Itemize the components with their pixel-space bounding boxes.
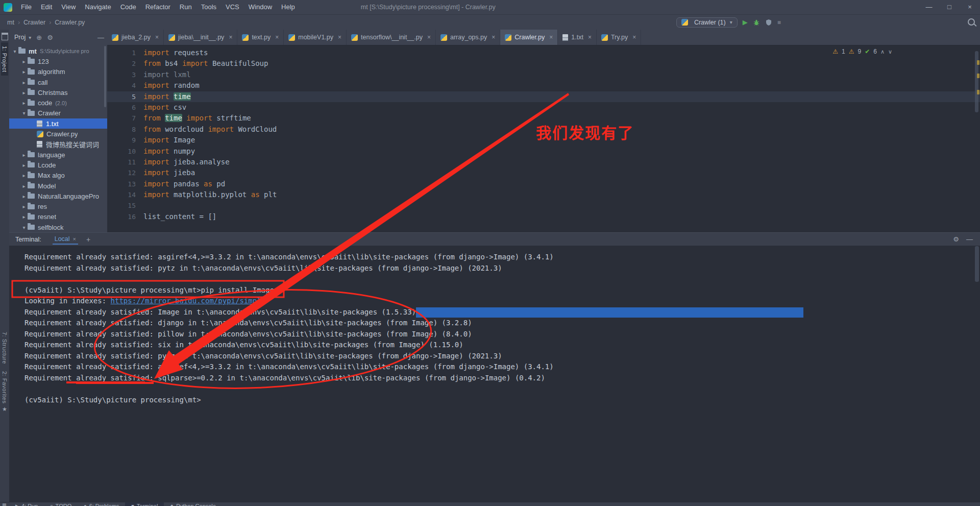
close-icon[interactable]: × [73, 236, 76, 242]
new-terminal-session-button[interactable]: + [86, 235, 90, 244]
statusbar-4-run[interactable]: ▶4: Run [9, 502, 44, 506]
chevron-down-icon[interactable]: ▾ [20, 225, 28, 230]
menu-edit[interactable]: Edit [36, 0, 57, 14]
menu-vcs[interactable]: VCS [221, 0, 244, 14]
chevron-right-icon[interactable]: ▸ [20, 173, 28, 178]
tree-item-微博热搜关键词词[interactable]: 微博热搜关键词词 [9, 139, 107, 150]
code-line-15[interactable]: 15 [107, 200, 980, 211]
chevron-down-icon[interactable]: ▾ [11, 49, 18, 54]
statusbar-6-problems[interactable]: ●6: Problems [78, 502, 125, 506]
maximize-icon[interactable]: □ [939, 0, 960, 14]
chevron-right-icon[interactable]: ▸ [20, 183, 28, 189]
tool-stripe-2-favorites[interactable]: 2: Favorites★ [1, 368, 8, 416]
tree-item-resnet[interactable]: ▸resnet [9, 212, 107, 222]
statusbar-grid-icon[interactable]: ▦ [2, 502, 9, 506]
terminal-tab-local[interactable]: Local × [53, 234, 78, 245]
minimize-icon[interactable]: — [919, 0, 939, 14]
menu-run[interactable]: Run [175, 0, 197, 14]
code-line-9[interactable]: 9import Image [107, 135, 980, 146]
close-icon[interactable]: × [588, 34, 592, 41]
tab-text-py[interactable]: text.py× [237, 30, 284, 45]
terminal-link[interactable]: https://mirror.baidu.com/pypi/simple [111, 297, 265, 305]
tool-stripe-7-structure[interactable]: 7: Structure [1, 328, 8, 368]
chevron-right-icon[interactable]: ▸ [20, 152, 28, 158]
tab-array-ops-py[interactable]: array_ops.py× [436, 30, 500, 45]
close-icon[interactable]: × [960, 0, 980, 14]
tree-item-123[interactable]: ▸123 [9, 56, 107, 66]
close-icon[interactable]: × [155, 34, 159, 41]
code-area[interactable]: 1import requests2from bs4 import Beautif… [107, 45, 980, 222]
terminal-scrollbar[interactable] [975, 246, 979, 282]
menu-navigate[interactable]: Navigate [80, 0, 115, 14]
menu-file[interactable]: File [16, 0, 36, 14]
tree-item-code[interactable]: ▸code(2.0) [9, 98, 107, 108]
tab-crawler-py[interactable]: Crawler.py× [500, 30, 558, 45]
chevron-right-icon[interactable]: ▸ [20, 90, 28, 95]
tool-stripe-1-project[interactable]: 1: Project [1, 42, 8, 76]
close-icon[interactable]: × [549, 34, 553, 41]
close-icon[interactable]: × [275, 34, 279, 41]
terminal-output[interactable]: Requirement already satisfied: asgiref<4… [9, 246, 980, 405]
close-icon[interactable]: × [632, 34, 636, 41]
tab-jieba-init-py[interactable]: jieba\__init__.py× [164, 30, 237, 45]
code-line-4[interactable]: 4import random [107, 80, 980, 91]
chevron-right-icon[interactable]: ▸ [20, 204, 28, 209]
code-line-10[interactable]: 10import numpy [107, 146, 980, 157]
tree-item-res[interactable]: ▸res [9, 201, 107, 211]
tree-item-language[interactable]: ▸language [9, 150, 107, 160]
code-line-3[interactable]: 3import lxml [107, 69, 980, 80]
tree-item-selfblock[interactable]: ▾selfblock [9, 222, 107, 232]
code-line-5[interactable]: 5import time [107, 91, 980, 102]
chevron-down-icon[interactable]: ▾ [20, 110, 28, 116]
project-view-selector[interactable]: Proj ▾ [14, 34, 31, 41]
menu-view[interactable]: View [57, 0, 80, 14]
chevron-right-icon[interactable]: ▸ [20, 80, 28, 85]
code-line-6[interactable]: 6import csv [107, 102, 980, 113]
tree-item-christmas[interactable]: ▸Christmas [9, 87, 107, 98]
tab-1-txt[interactable]: 1.txt× [558, 30, 597, 45]
chevron-right-icon[interactable]: ▸ [20, 100, 28, 106]
tree-item-algorithm[interactable]: ▸algorithm [9, 67, 107, 77]
menu-tools[interactable]: Tools [197, 0, 221, 14]
code-line-2[interactable]: 2from bs4 import BeautifulSoup [107, 58, 980, 69]
tree-item-lcode[interactable]: ▸Lcode [9, 160, 107, 170]
tab-try-py[interactable]: Try.py× [597, 30, 641, 45]
breadcrumb-item-crawler-py[interactable]: Crawler.py [54, 19, 86, 26]
code-line-12[interactable]: 12import jieba [107, 167, 980, 178]
tree-item-1-txt[interactable]: 1.txt [9, 118, 107, 129]
chevron-right-icon[interactable]: ▸ [20, 69, 28, 75]
chevron-right-icon[interactable]: ▸ [20, 194, 28, 199]
code-line-7[interactable]: 7from time import strftime [107, 113, 980, 124]
search-everywhere-button[interactable] [968, 18, 975, 28]
gear-icon[interactable]: ⚙ [47, 34, 53, 41]
close-icon[interactable]: × [229, 34, 232, 41]
project-scrollbar[interactable] [104, 46, 106, 107]
code-line-13[interactable]: 13import pandas as pd [107, 179, 980, 189]
breadcrumb-item-mt[interactable]: mt [6, 19, 15, 26]
coverage-button[interactable] [765, 19, 772, 26]
ok-icon[interactable]: ✔ [865, 48, 870, 55]
statusbar-terminal[interactable]: ■Terminal [125, 502, 164, 506]
tree-item-max-algo[interactable]: ▸Max algo [9, 171, 107, 181]
chevron-right-icon[interactable]: ▸ [20, 59, 28, 64]
menu-help[interactable]: Help [277, 0, 300, 14]
code-line-11[interactable]: 11import jieba.analyse [107, 157, 980, 167]
menu-refactor[interactable]: Refactor [141, 0, 175, 14]
tab-jieba-2-py[interactable]: jieba_2.py× [107, 30, 164, 45]
tree-item-call[interactable]: ▸call [9, 77, 107, 87]
code-line-8[interactable]: 8from wordcloud import WordCloud [107, 124, 980, 135]
next-issue-button[interactable]: ∨ [888, 49, 892, 55]
code-line-14[interactable]: 14import matplotlib.pyplot as plt [107, 189, 980, 200]
chevron-right-icon[interactable]: ▸ [20, 214, 28, 220]
close-icon[interactable]: × [427, 34, 431, 41]
prev-issue-button[interactable]: ∧ [880, 49, 885, 55]
warning-stripe-mark[interactable] [977, 60, 979, 65]
run-button[interactable]: ▶ [743, 19, 748, 26]
gear-icon[interactable]: ⚙ [953, 235, 959, 243]
tree-item-mt[interactable]: ▾mtS:\Study\picture pro [9, 46, 107, 56]
warning-stripe-mark[interactable] [977, 90, 979, 94]
run-config-selector[interactable]: Crawler (1) ▾ [676, 17, 738, 28]
tree-item-crawler[interactable]: ▾Crawler [9, 108, 107, 118]
error-icon[interactable]: ⚠ [832, 48, 838, 55]
tab-mobilev1-py[interactable]: mobileV1.py× [284, 30, 347, 45]
